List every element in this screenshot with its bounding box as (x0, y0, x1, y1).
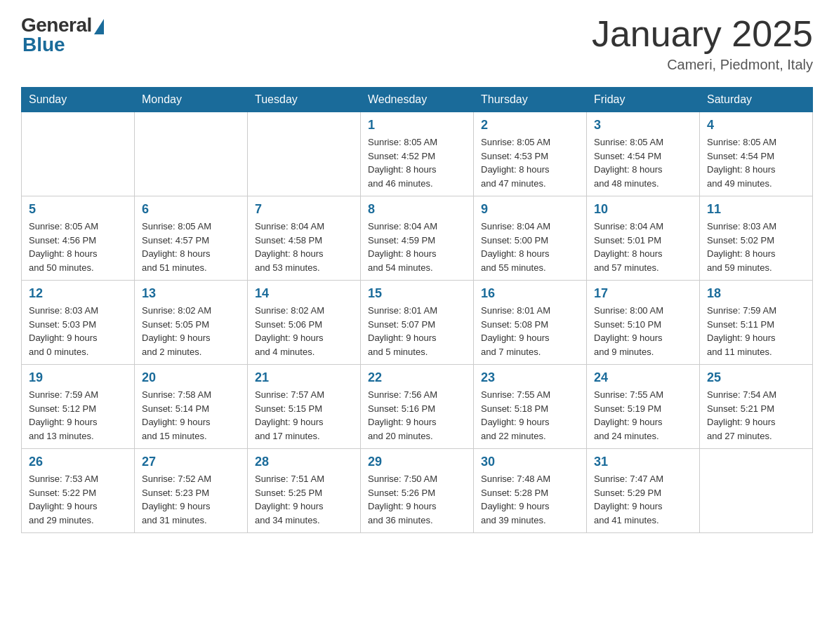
day-info: Sunrise: 7:59 AMSunset: 5:12 PMDaylight:… (29, 388, 127, 443)
calendar-week-2: 5Sunrise: 8:05 AMSunset: 4:56 PMDaylight… (22, 196, 813, 281)
calendar-cell: 1Sunrise: 8:05 AMSunset: 4:52 PMDaylight… (361, 112, 474, 196)
day-number: 14 (255, 286, 353, 301)
location-subtitle: Cameri, Piedmont, Italy (592, 57, 813, 73)
day-info: Sunrise: 7:55 AMSunset: 5:18 PMDaylight:… (481, 388, 579, 443)
day-number: 24 (594, 370, 692, 385)
logo-blue-text: Blue (22, 34, 65, 56)
day-info: Sunrise: 8:02 AMSunset: 5:05 PMDaylight:… (142, 304, 240, 358)
day-number: 15 (368, 286, 466, 301)
calendar-cell: 21Sunrise: 7:57 AMSunset: 5:15 PMDayligh… (248, 365, 361, 449)
day-number: 6 (142, 202, 240, 217)
day-number: 1 (368, 118, 466, 133)
day-info: Sunrise: 8:05 AMSunset: 4:54 PMDaylight:… (707, 135, 805, 190)
calendar-cell: 17Sunrise: 8:00 AMSunset: 5:10 PMDayligh… (587, 281, 700, 365)
day-info: Sunrise: 7:54 AMSunset: 5:21 PMDaylight:… (707, 388, 805, 443)
day-number: 26 (29, 455, 127, 469)
day-info: Sunrise: 7:55 AMSunset: 5:19 PMDaylight:… (594, 388, 692, 443)
day-number: 28 (255, 455, 353, 469)
calendar-cell: 15Sunrise: 8:01 AMSunset: 5:07 PMDayligh… (361, 281, 474, 365)
day-info: Sunrise: 8:01 AMSunset: 5:07 PMDaylight:… (368, 304, 466, 358)
day-info: Sunrise: 8:04 AMSunset: 4:59 PMDaylight:… (368, 220, 466, 274)
day-number: 27 (142, 455, 240, 469)
day-info: Sunrise: 7:47 AMSunset: 5:29 PMDaylight:… (594, 472, 692, 527)
day-number: 21 (255, 370, 353, 385)
day-info: Sunrise: 8:03 AMSunset: 5:03 PMDaylight:… (29, 304, 127, 358)
calendar-cell: 26Sunrise: 7:53 AMSunset: 5:22 PMDayligh… (22, 449, 135, 533)
calendar-cell (135, 112, 248, 196)
calendar-cell: 4Sunrise: 8:05 AMSunset: 4:54 PMDaylight… (700, 112, 813, 196)
day-info: Sunrise: 7:52 AMSunset: 5:23 PMDaylight:… (142, 472, 240, 527)
day-number: 19 (29, 370, 127, 385)
day-info: Sunrise: 8:05 AMSunset: 4:54 PMDaylight:… (594, 135, 692, 190)
day-number: 13 (142, 286, 240, 301)
day-number: 23 (481, 370, 579, 385)
day-info: Sunrise: 8:04 AMSunset: 4:58 PMDaylight:… (255, 220, 353, 274)
calendar-cell: 5Sunrise: 8:05 AMSunset: 4:56 PMDaylight… (22, 196, 135, 281)
calendar-cell: 14Sunrise: 8:02 AMSunset: 5:06 PMDayligh… (248, 281, 361, 365)
weekday-header-friday: Friday (587, 88, 700, 112)
day-info: Sunrise: 8:04 AMSunset: 5:00 PMDaylight:… (481, 220, 579, 274)
day-info: Sunrise: 7:53 AMSunset: 5:22 PMDaylight:… (29, 472, 127, 527)
weekday-header-saturday: Saturday (700, 88, 813, 112)
day-number: 5 (29, 202, 127, 217)
calendar-cell: 22Sunrise: 7:56 AMSunset: 5:16 PMDayligh… (361, 365, 474, 449)
calendar-week-1: 1Sunrise: 8:05 AMSunset: 4:52 PMDaylight… (22, 112, 813, 196)
day-number: 31 (594, 455, 692, 469)
calendar-cell: 6Sunrise: 8:05 AMSunset: 4:57 PMDaylight… (135, 196, 248, 281)
calendar-cell: 29Sunrise: 7:50 AMSunset: 5:26 PMDayligh… (361, 449, 474, 533)
calendar-cell: 12Sunrise: 8:03 AMSunset: 5:03 PMDayligh… (22, 281, 135, 365)
day-number: 22 (368, 370, 466, 385)
day-number: 3 (594, 118, 692, 133)
page-header: General Blue January 2025 Cameri, Piedmo… (21, 14, 813, 73)
day-number: 29 (368, 455, 466, 469)
day-number: 16 (481, 286, 579, 301)
calendar-cell: 27Sunrise: 7:52 AMSunset: 5:23 PMDayligh… (135, 449, 248, 533)
day-number: 8 (368, 202, 466, 217)
calendar-cell: 9Sunrise: 8:04 AMSunset: 5:00 PMDaylight… (474, 196, 587, 281)
day-info: Sunrise: 8:04 AMSunset: 5:01 PMDaylight:… (594, 220, 692, 274)
calendar-cell: 2Sunrise: 8:05 AMSunset: 4:53 PMDaylight… (474, 112, 587, 196)
day-number: 9 (481, 202, 579, 217)
calendar-cell: 31Sunrise: 7:47 AMSunset: 5:29 PMDayligh… (587, 449, 700, 533)
day-info: Sunrise: 7:56 AMSunset: 5:16 PMDaylight:… (368, 388, 466, 443)
calendar-cell: 7Sunrise: 8:04 AMSunset: 4:58 PMDaylight… (248, 196, 361, 281)
calendar-cell: 19Sunrise: 7:59 AMSunset: 5:12 PMDayligh… (22, 365, 135, 449)
day-info: Sunrise: 7:59 AMSunset: 5:11 PMDaylight:… (707, 304, 805, 358)
day-info: Sunrise: 8:05 AMSunset: 4:57 PMDaylight:… (142, 220, 240, 274)
calendar-cell: 16Sunrise: 8:01 AMSunset: 5:08 PMDayligh… (474, 281, 587, 365)
weekday-header-tuesday: Tuesday (248, 88, 361, 112)
day-number: 2 (481, 118, 579, 133)
calendar-cell: 10Sunrise: 8:04 AMSunset: 5:01 PMDayligh… (587, 196, 700, 281)
logo-triangle-icon (94, 19, 104, 34)
month-title: January 2025 (592, 14, 813, 54)
calendar-header: SundayMondayTuesdayWednesdayThursdayFrid… (22, 88, 813, 112)
calendar-cell: 20Sunrise: 7:58 AMSunset: 5:14 PMDayligh… (135, 365, 248, 449)
day-info: Sunrise: 8:01 AMSunset: 5:08 PMDaylight:… (481, 304, 579, 358)
calendar-cell: 11Sunrise: 8:03 AMSunset: 5:02 PMDayligh… (700, 196, 813, 281)
weekday-header-thursday: Thursday (474, 88, 587, 112)
day-info: Sunrise: 7:48 AMSunset: 5:28 PMDaylight:… (481, 472, 579, 527)
day-info: Sunrise: 8:03 AMSunset: 5:02 PMDaylight:… (707, 220, 805, 274)
weekday-row: SundayMondayTuesdayWednesdayThursdayFrid… (22, 88, 813, 112)
day-info: Sunrise: 8:05 AMSunset: 4:53 PMDaylight:… (481, 135, 579, 190)
weekday-header-monday: Monday (135, 88, 248, 112)
calendar-cell: 13Sunrise: 8:02 AMSunset: 5:05 PMDayligh… (135, 281, 248, 365)
calendar-body: 1Sunrise: 8:05 AMSunset: 4:52 PMDaylight… (22, 112, 813, 533)
weekday-header-wednesday: Wednesday (361, 88, 474, 112)
day-number: 25 (707, 370, 805, 385)
calendar-week-5: 26Sunrise: 7:53 AMSunset: 5:22 PMDayligh… (22, 449, 813, 533)
calendar-cell: 3Sunrise: 8:05 AMSunset: 4:54 PMDaylight… (587, 112, 700, 196)
day-info: Sunrise: 8:02 AMSunset: 5:06 PMDaylight:… (255, 304, 353, 358)
day-info: Sunrise: 7:57 AMSunset: 5:15 PMDaylight:… (255, 388, 353, 443)
day-number: 10 (594, 202, 692, 217)
calendar-cell (248, 112, 361, 196)
calendar-cell: 18Sunrise: 7:59 AMSunset: 5:11 PMDayligh… (700, 281, 813, 365)
weekday-header-sunday: Sunday (22, 88, 135, 112)
day-number: 17 (594, 286, 692, 301)
day-number: 18 (707, 286, 805, 301)
day-number: 20 (142, 370, 240, 385)
day-number: 7 (255, 202, 353, 217)
calendar-cell: 23Sunrise: 7:55 AMSunset: 5:18 PMDayligh… (474, 365, 587, 449)
logo: General Blue (21, 14, 104, 56)
calendar-cell: 8Sunrise: 8:04 AMSunset: 4:59 PMDaylight… (361, 196, 474, 281)
